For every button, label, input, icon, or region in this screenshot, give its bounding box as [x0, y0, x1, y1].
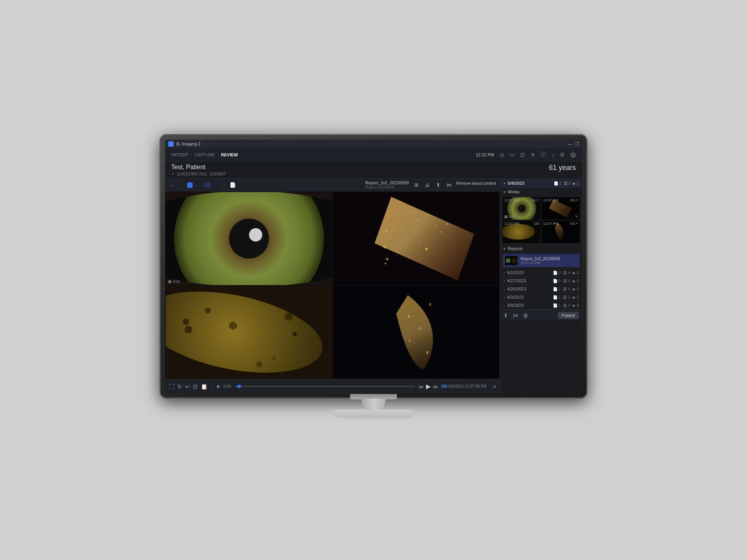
document-icon[interactable]: 📄 [228, 181, 237, 189]
layout-6-button[interactable] [213, 182, 220, 188]
past-session-arrow-1: › [503, 279, 505, 283]
monitor-icon[interactable]: ▭ [510, 152, 515, 158]
monitor-stand-base [335, 410, 412, 418]
progress-bar[interactable] [236, 386, 415, 387]
media-section-header[interactable]: ▾ Media [500, 188, 582, 196]
info-icon[interactable]: ⓘ [541, 151, 546, 158]
fullscreen-button[interactable]: ⛶ [169, 383, 174, 390]
past-session-date-4: 3/9/2023 [507, 303, 553, 308]
image-cell-4[interactable] [333, 286, 500, 379]
past-session-0[interactable]: › 5/2/2023 📄 0 🖼 4 ▶ 0 [500, 269, 582, 277]
nav-review[interactable]: REVIEW [221, 152, 238, 157]
past-session-arrow-0: › [503, 271, 505, 275]
session-date-current: 5/9/2023 [508, 181, 551, 186]
image-count: 🖼 3 [564, 181, 571, 186]
volume-icon[interactable]: ♪ [552, 152, 554, 158]
video-count: ▶ 1 [573, 181, 579, 186]
minimize-button[interactable]: — [568, 142, 572, 147]
upload-footer-button[interactable]: ⬆ [503, 312, 508, 318]
patient-age: 61 years [549, 164, 576, 172]
eye-image-1 [166, 192, 332, 285]
report-thumb-canvas [505, 256, 517, 265]
past-session-4[interactable]: › 3/9/2023 📄 1 🖼 4 ▶ 0 [500, 301, 582, 310]
filter-button[interactable]: ≡ [493, 383, 496, 390]
patient-button[interactable]: Patient [558, 312, 579, 319]
thumb-time-4: 12:07 PM [543, 222, 558, 226]
session-counts: 📄 1 🖼 3 ▶ 1 [554, 181, 579, 186]
camera-icon[interactable]: ⊡ [520, 152, 525, 158]
thumbnail-3[interactable]: 12:07 PM OD [503, 220, 541, 243]
thumb-side-1: OU↗ [531, 198, 540, 202]
power-icon[interactable]: ⏻ [570, 152, 576, 158]
add-image-icon[interactable]: ⊞ [413, 181, 420, 189]
export-icon[interactable]: ⬆ [435, 181, 442, 189]
report-item-name: Report_2x2_20230509 [521, 257, 577, 261]
media-thumbnails: 12:07 PM OU↗ ▦ 0:01 12:07 PM OS↗ ✎ [500, 196, 582, 245]
layout-3-button[interactable] [195, 183, 202, 187]
gender-icon: ♀ [171, 172, 174, 176]
capture-datetime: 5/9/2023 12:07:58 PM [448, 384, 486, 388]
thumb-count-1: ▦ 0:01 [504, 215, 516, 219]
layout-4-button[interactable] [204, 182, 210, 188]
play-button[interactable]: ▶ [426, 383, 431, 390]
refresh-button[interactable]: ↻ [177, 383, 182, 390]
viewer-panel: ··· [165, 179, 500, 393]
thumbnail-4[interactable]: 12:07 PM OS↗ [542, 220, 580, 243]
session-header-current[interactable]: ▾ 5/9/2023 📄 1 🖼 3 [500, 179, 582, 188]
prev-frame-button[interactable]: ⏮ [418, 383, 424, 390]
restore-button[interactable]: ❐ [575, 142, 579, 147]
reports-section-header[interactable]: ▾ Reports [500, 245, 582, 252]
layout-1-button[interactable] [187, 182, 193, 188]
status-info: OU 5/9/2023 12:07:58 PM [442, 384, 487, 388]
nav-capture[interactable]: CAPTURE [195, 152, 215, 157]
nav-patient[interactable]: PATIENT [171, 152, 189, 157]
past-session-arrow-2: › [503, 287, 505, 291]
image-cell-2[interactable] [333, 192, 500, 285]
eye-image-2 [333, 192, 500, 285]
next-frame-button[interactable]: ⏭ [433, 383, 438, 390]
past-session-3[interactable]: › 4/3/2023 📄 1 🖼 3 ▶ 1 [500, 293, 582, 301]
monitor-stand-top [350, 394, 397, 399]
progress-handle[interactable] [238, 385, 241, 388]
delete-footer-button[interactable]: 🗑 [523, 312, 528, 318]
past-session-date-2: 4/26/2023 [507, 287, 553, 291]
settings-icon[interactable]: ⚙ [560, 152, 565, 158]
thumb-edit-2[interactable]: ✎ [575, 215, 578, 219]
annotate-button[interactable]: 📋 [201, 383, 207, 390]
report-info: Report_2x2_20230509 Report comment [365, 180, 409, 189]
report-item-1[interactable]: Report_2x2_20230509 12:07:23 PM [503, 254, 580, 267]
image-cell-3[interactable] [166, 286, 332, 379]
crop-button[interactable]: ⊡ [193, 383, 198, 390]
brightness-icon[interactable]: ☀ [530, 152, 535, 158]
nav-clock: 12:22 PM [476, 152, 494, 157]
visibility-icon[interactable]: ◎ [500, 152, 504, 158]
report-name: Report_2x2_20230509 [365, 180, 409, 185]
eye-image-3 [166, 286, 332, 379]
past-session-2[interactable]: › 4/26/2023 📄 1 🖼 4 ▶ 0 [500, 285, 582, 293]
nav-bar: PATIENT › CAPTURE › REVIEW 12:22 PM ◎ ▭ … [165, 148, 582, 161]
progress-time: 0:00 [223, 384, 234, 388]
thumbnail-2[interactable]: 12:07 PM OS↗ ✎ [542, 197, 580, 220]
thumbnail-1[interactable]: 12:07 PM OU↗ ▦ 0:01 [503, 197, 541, 220]
reports-list: Report_2x2_20230509 12:07:23 PM [500, 252, 582, 269]
past-session-arrow-4: › [503, 303, 505, 308]
thumb-side-4: OS↗ [570, 222, 578, 226]
past-sessions: › 5/2/2023 📄 0 🖼 4 ▶ 0 › 4/27/2023 📄 0 🖼… [500, 269, 582, 310]
share-footer-button[interactable]: ⋈ [513, 312, 518, 318]
report-comment: Report comment [365, 185, 409, 189]
viewer-toolbar: ··· [165, 179, 500, 191]
undo-button[interactable]: ↩ [185, 383, 190, 390]
patient-dob: 11/01/1962 (61) [177, 172, 207, 176]
layout-2h-button[interactable] [179, 183, 185, 187]
past-session-counts-4: 📄 1 🖼 4 ▶ 0 [553, 303, 579, 308]
share-icon[interactable]: ⋈ [445, 181, 453, 189]
print-icon[interactable]: 🖨 [423, 181, 431, 189]
reports-section-title: Reports [508, 246, 523, 251]
past-session-1[interactable]: › 4/27/2023 📄 0 🖼 4 ▶ 0 [500, 277, 582, 285]
monitor-stand-pole [358, 399, 389, 410]
remove-layout-button[interactable]: Remove layout content [456, 181, 496, 189]
thumb-side-3: OD [534, 222, 540, 226]
image-cell-1[interactable]: ▦ 0:01 [166, 192, 332, 285]
thumb-time-2: 12:07 PM [543, 198, 558, 202]
more-options-button[interactable]: ··· [169, 181, 176, 189]
